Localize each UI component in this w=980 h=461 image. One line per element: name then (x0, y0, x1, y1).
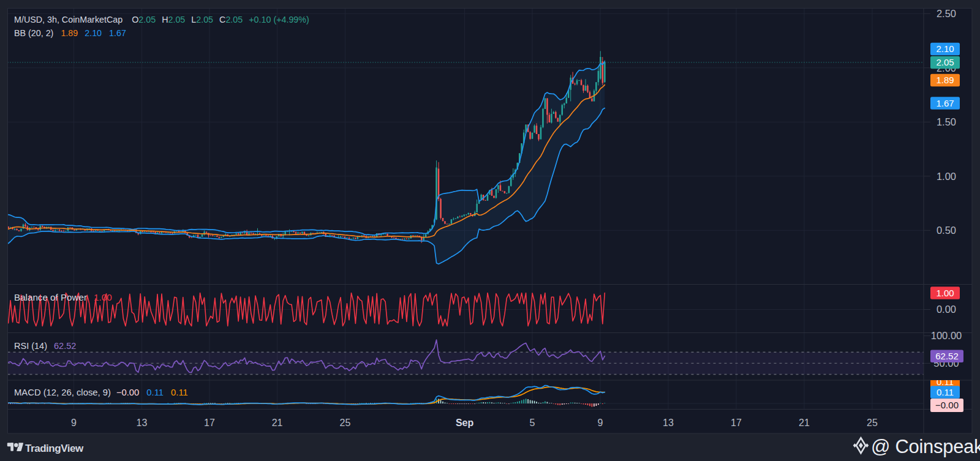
svg-text:1.00: 1.00 (937, 171, 956, 182)
svg-text:17: 17 (204, 418, 215, 428)
svg-text:1.89: 1.89 (936, 75, 954, 85)
svg-text:0.00: 0.00 (937, 304, 956, 315)
svg-text:17: 17 (731, 418, 742, 428)
svg-text:62.52: 62.52 (935, 351, 959, 361)
svg-text:1.67: 1.67 (936, 98, 954, 108)
svg-text:@ Coinspeaker: @ Coinspeaker (871, 436, 980, 457)
svg-text:21: 21 (272, 418, 283, 428)
svg-text:RSI (14)62.52: RSI (14)62.52 (14, 341, 76, 351)
svg-text:0.11: 0.11 (937, 387, 954, 397)
svg-text:M/USD, 3h, CoinMarketCapO2.05H: M/USD, 3h, CoinMarketCapO2.05H2.05L2.05C… (14, 15, 309, 24)
svg-text:9: 9 (598, 418, 603, 428)
svg-text:BB (20, 2)1.892.101.67: BB (20, 2)1.892.101.67 (14, 28, 126, 38)
svg-text:13: 13 (663, 418, 674, 428)
svg-text:−0.00: −0.00 (935, 400, 959, 410)
svg-text:2.10: 2.10 (936, 43, 954, 54)
svg-text:5: 5 (530, 418, 535, 428)
svg-text:2.05: 2.05 (936, 57, 954, 67)
svg-text:1.50: 1.50 (937, 116, 956, 127)
svg-text:13: 13 (137, 418, 148, 428)
svg-text:21: 21 (799, 418, 810, 428)
svg-text:9: 9 (71, 418, 77, 428)
svg-text:2.50: 2.50 (937, 8, 956, 19)
svg-text:Balance of Power1.00: Balance of Power1.00 (14, 292, 112, 302)
svg-text:1.00: 1.00 (936, 288, 954, 298)
svg-text:100.00: 100.00 (931, 330, 962, 341)
svg-text:Sep: Sep (456, 418, 474, 428)
svg-text:0.50: 0.50 (937, 225, 956, 236)
svg-text:MACD (12, 26, close, 9)−0.000.: MACD (12, 26, close, 9)−0.000.110.11 (14, 388, 188, 397)
svg-text:25: 25 (340, 418, 351, 428)
svg-text:25: 25 (867, 418, 878, 428)
svg-text:TradingView: TradingView (25, 443, 84, 454)
